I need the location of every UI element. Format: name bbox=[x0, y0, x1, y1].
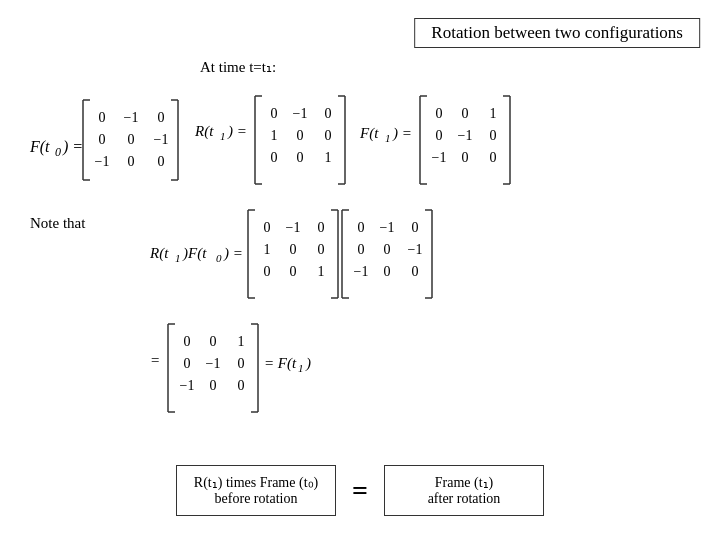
svg-text:R(t: R(t bbox=[194, 123, 214, 140]
svg-text:0: 0 bbox=[436, 106, 443, 121]
svg-text:0: 0 bbox=[216, 252, 222, 264]
svg-text:0: 0 bbox=[55, 145, 61, 159]
svg-text:−1: −1 bbox=[432, 150, 447, 165]
main-container: Rotation between two configurations At t… bbox=[0, 0, 720, 540]
equals-sign: = bbox=[352, 475, 368, 507]
svg-text:F(t: F(t bbox=[359, 125, 379, 142]
svg-text:0: 0 bbox=[99, 110, 106, 125]
svg-text:0: 0 bbox=[318, 220, 325, 235]
svg-text:−1: −1 bbox=[124, 110, 139, 125]
svg-text:1: 1 bbox=[490, 106, 497, 121]
svg-text:−1: −1 bbox=[293, 106, 308, 121]
page-title: Rotation between two configurations bbox=[414, 18, 700, 48]
svg-text:1: 1 bbox=[175, 252, 181, 264]
left-box-line2: before rotation bbox=[191, 491, 321, 507]
svg-text:) =: ) = bbox=[62, 138, 83, 156]
right-box-line1: Frame (t₁) bbox=[399, 474, 529, 491]
svg-text:0: 0 bbox=[264, 264, 271, 279]
svg-text:0: 0 bbox=[238, 378, 245, 393]
right-box-line2: after rotation bbox=[399, 491, 529, 507]
svg-text:R(t: R(t bbox=[149, 245, 169, 262]
svg-text:0: 0 bbox=[184, 334, 191, 349]
svg-text:−1: −1 bbox=[408, 242, 423, 257]
at-time-label: At time t=t₁: bbox=[200, 58, 700, 76]
svg-text:1: 1 bbox=[264, 242, 271, 257]
svg-text:0: 0 bbox=[210, 378, 217, 393]
svg-text:0: 0 bbox=[184, 356, 191, 371]
svg-text:0: 0 bbox=[325, 106, 332, 121]
svg-text:0: 0 bbox=[158, 154, 165, 169]
svg-text:1: 1 bbox=[271, 128, 278, 143]
svg-text:=: = bbox=[150, 352, 160, 368]
bottom-section: R(t₁) times Frame (t₀) before rotation =… bbox=[60, 465, 660, 516]
svg-text:= F(t: = F(t bbox=[264, 355, 297, 372]
svg-text:0: 0 bbox=[462, 106, 469, 121]
svg-text:F(t: F(t bbox=[29, 138, 50, 156]
svg-text:0: 0 bbox=[412, 264, 419, 279]
svg-text:): ) bbox=[305, 355, 311, 372]
left-box: R(t₁) times Frame (t₀) before rotation bbox=[176, 465, 336, 516]
svg-text:0: 0 bbox=[271, 106, 278, 121]
svg-text:0: 0 bbox=[264, 220, 271, 235]
math-diagram: F(t 0 ) = 0 −1 0 0 0 −1 −1 0 0 R(t 1 ) = bbox=[20, 80, 720, 440]
svg-text:0: 0 bbox=[210, 334, 217, 349]
svg-text:0: 0 bbox=[99, 132, 106, 147]
svg-text:0: 0 bbox=[128, 154, 135, 169]
svg-text:) =: ) = bbox=[392, 125, 412, 142]
svg-text:0: 0 bbox=[325, 128, 332, 143]
svg-text:0: 0 bbox=[436, 128, 443, 143]
svg-text:0: 0 bbox=[297, 150, 304, 165]
svg-text:1: 1 bbox=[318, 264, 325, 279]
svg-text:Note that: Note that bbox=[30, 215, 86, 231]
svg-text:0: 0 bbox=[358, 242, 365, 257]
svg-text:0: 0 bbox=[158, 110, 165, 125]
svg-text:0: 0 bbox=[462, 150, 469, 165]
svg-text:0: 0 bbox=[297, 128, 304, 143]
svg-text:−1: −1 bbox=[95, 154, 110, 169]
svg-text:0: 0 bbox=[384, 242, 391, 257]
svg-text:1: 1 bbox=[325, 150, 332, 165]
svg-text:0: 0 bbox=[128, 132, 135, 147]
svg-text:−1: −1 bbox=[286, 220, 301, 235]
right-box: Frame (t₁) after rotation bbox=[384, 465, 544, 516]
svg-text:−1: −1 bbox=[180, 378, 195, 393]
svg-text:−1: −1 bbox=[458, 128, 473, 143]
svg-text:−1: −1 bbox=[380, 220, 395, 235]
svg-text:0: 0 bbox=[490, 128, 497, 143]
svg-text:1: 1 bbox=[220, 130, 226, 142]
svg-text:1: 1 bbox=[385, 132, 391, 144]
svg-text:−1: −1 bbox=[206, 356, 221, 371]
svg-text:) =: ) = bbox=[227, 123, 247, 140]
svg-text:−1: −1 bbox=[354, 264, 369, 279]
svg-text:) =: ) = bbox=[223, 245, 243, 262]
svg-text:0: 0 bbox=[271, 150, 278, 165]
svg-text:0: 0 bbox=[490, 150, 497, 165]
svg-text:0: 0 bbox=[358, 220, 365, 235]
svg-text:1: 1 bbox=[238, 334, 245, 349]
svg-text:0: 0 bbox=[412, 220, 419, 235]
svg-text:−1: −1 bbox=[154, 132, 169, 147]
svg-text:0: 0 bbox=[238, 356, 245, 371]
svg-text:0: 0 bbox=[290, 264, 297, 279]
svg-text:0: 0 bbox=[384, 264, 391, 279]
svg-text:1: 1 bbox=[298, 362, 304, 374]
svg-text:0: 0 bbox=[318, 242, 325, 257]
svg-text:0: 0 bbox=[290, 242, 297, 257]
svg-text:)F(t: )F(t bbox=[182, 245, 207, 262]
left-box-line1: R(t₁) times Frame (t₀) bbox=[191, 474, 321, 491]
